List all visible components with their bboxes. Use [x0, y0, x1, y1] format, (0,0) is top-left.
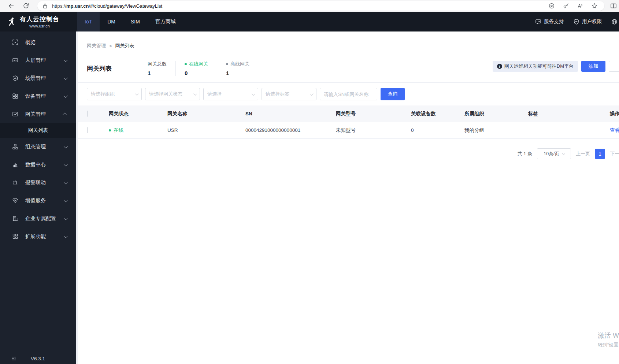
- tab-dm[interactable]: DM: [100, 12, 123, 31]
- partial-button[interactable]: [609, 61, 619, 72]
- sidebar-item-extensions[interactable]: 扩展功能: [0, 227, 76, 245]
- org-select[interactable]: 请选择组织: [87, 88, 142, 100]
- main-content: 网关管理 > 网关列表 网关列表 网关总数 1 在线网关 0 离线网关 1 i …: [78, 31, 619, 364]
- sidebar: 概览 大屏管理 场景管理 设备管理 网关管理 网关列表 组态管理 数据中心 报警…: [0, 31, 76, 364]
- col-tag: 标签: [528, 111, 610, 117]
- chevron-down-icon: [64, 234, 68, 238]
- chevron-down-icon: [64, 75, 68, 79]
- favorites-star-icon[interactable]: [591, 3, 598, 9]
- url-scheme: https://: [52, 3, 66, 9]
- sidebar-item-gateway[interactable]: 网关管理: [0, 105, 76, 123]
- row-status: 在线: [114, 127, 123, 134]
- sidebar-item-configuration[interactable]: 组态管理: [0, 138, 76, 156]
- tab-mall[interactable]: 官方商城: [148, 12, 184, 31]
- sidebar-item-overview[interactable]: 概览: [0, 33, 76, 51]
- browser-toolbar: https://mp.usr.cn/#/cloud/gateway/ViewGa…: [0, 0, 619, 12]
- address-bar[interactable]: https://mp.usr.cn/#/cloud/gateway/ViewGa…: [37, 1, 604, 11]
- sidebar-subitem-gateway-list[interactable]: 网关列表: [0, 123, 76, 138]
- browser-back-icon[interactable]: [7, 3, 14, 9]
- table-header-row: 网关状态 网关名称 SN 网关型号 关联设备数 所属组织 标签 操作: [78, 105, 619, 122]
- stat-total: 网关总数 1: [148, 61, 175, 76]
- row-name: USR: [167, 127, 245, 133]
- sidebar-item-enterprise[interactable]: 企业专属配置: [0, 209, 76, 227]
- query-button[interactable]: 查询: [381, 88, 405, 100]
- stat-offline-label: 离线网关: [230, 61, 249, 67]
- chevron-down-icon: [64, 216, 68, 220]
- page-title: 网关列表: [87, 61, 112, 73]
- sidebar-sublabel: 网关列表: [28, 127, 48, 134]
- sidebar-label: 组态管理: [25, 144, 46, 150]
- chevron-down-icon: [310, 92, 314, 96]
- lock-icon[interactable]: [42, 3, 48, 9]
- chevron-up-icon: [63, 112, 67, 116]
- sidebar-item-bigscreen[interactable]: 大屏管理: [0, 51, 76, 69]
- site-permissions-icon[interactable]: [548, 3, 555, 9]
- language-globe-button[interactable]: [611, 19, 618, 25]
- row-device-count: 0: [411, 127, 464, 133]
- stat-online-value: 0: [185, 70, 208, 76]
- org-select-placeholder: 请选择组织: [91, 91, 115, 97]
- overview-icon: [12, 39, 18, 45]
- section-divider: [78, 82, 619, 83]
- sidebar-item-datacenter[interactable]: 数据中心: [0, 156, 76, 174]
- online-dot-icon: [185, 63, 187, 65]
- prev-page-button[interactable]: 上一页: [576, 151, 590, 157]
- row-sn: 00004291000000000001: [245, 127, 336, 133]
- sidebar-item-vas[interactable]: 增值服务: [0, 192, 76, 209]
- next-page-button[interactable]: 下一页: [610, 151, 619, 157]
- nav-tabs: IoT DM SIM 官方商城: [77, 12, 184, 31]
- sidebar-label: 概览: [25, 39, 36, 46]
- chevron-down-icon: [64, 57, 68, 62]
- chevron-down-icon: [64, 144, 68, 148]
- chevron-down-icon: [193, 92, 197, 96]
- service-support-button[interactable]: 服务支持: [535, 18, 564, 25]
- gateway-icon: [12, 111, 18, 117]
- sidebar-item-device[interactable]: 设备管理: [0, 87, 76, 105]
- row-view-link[interactable]: 查看: [610, 127, 619, 134]
- col-name: 网关名称: [167, 111, 245, 117]
- select-all-checkbox[interactable]: [87, 111, 88, 117]
- info-icon: i: [497, 64, 502, 69]
- current-page-button[interactable]: 1: [595, 149, 605, 159]
- tab-sim[interactable]: SIM: [123, 12, 148, 31]
- tab-iot[interactable]: IoT: [77, 12, 100, 31]
- sidebar-item-scene[interactable]: 场景管理: [0, 69, 76, 87]
- col-action: 操作: [610, 111, 619, 117]
- online-dot-icon: [109, 129, 111, 131]
- add-gateway-button[interactable]: 添加: [581, 61, 605, 72]
- shield-icon: [573, 19, 579, 25]
- browser-refresh-icon[interactable]: [23, 3, 29, 9]
- breadcrumb-separator: >: [109, 43, 112, 49]
- user-permission-button[interactable]: 用户权限: [573, 18, 602, 25]
- tag-select[interactable]: 请选择标签: [262, 88, 316, 100]
- brand-subtitle: www.usr.cn: [20, 24, 59, 28]
- col-org: 所属组织: [464, 111, 528, 117]
- sn-search-input[interactable]: [320, 88, 377, 100]
- sidebar-item-alarm[interactable]: 报警联动: [0, 174, 76, 192]
- dm-platform-notice[interactable]: i 网关运维相关功能可前往DM平台: [493, 61, 578, 72]
- sidebar-label: 扩展功能: [25, 233, 46, 240]
- password-key-icon[interactable]: [563, 3, 569, 9]
- alarm-icon: [12, 179, 18, 186]
- collapse-sidebar-icon[interactable]: [11, 356, 17, 361]
- filter-bar: 请选择组织 请选择网关状态 请选择 请选择标签 查询: [87, 88, 619, 100]
- table-row: 在线 USR 00004291000000000001 未知型号 0 我的分组 …: [78, 122, 619, 139]
- gateway-status-select[interactable]: 请选择网关状态: [145, 88, 200, 100]
- breadcrumb: 网关管理 > 网关列表: [78, 31, 619, 49]
- status-select-placeholder: 请选择网关状态: [149, 91, 182, 97]
- model-select[interactable]: 请选择: [203, 88, 258, 100]
- brand-logo[interactable]: 有人云控制台 www.usr.cn: [0, 12, 77, 31]
- row-checkbox[interactable]: [87, 127, 88, 133]
- stat-offline-value: 1: [226, 70, 249, 76]
- col-status: 网关状态: [109, 111, 167, 117]
- page-size-select[interactable]: 10条/页: [537, 148, 571, 159]
- chevron-down-icon: [562, 152, 565, 155]
- col-model: 网关型号: [336, 111, 411, 117]
- split-screen-icon[interactable]: [610, 3, 617, 9]
- sidebar-label: 网关管理: [25, 111, 46, 118]
- dm-notice-label: 网关运维相关功能可前往DM平台: [504, 63, 574, 70]
- chevron-down-icon: [64, 93, 68, 97]
- pagination-total: 共 1 条: [518, 151, 532, 157]
- breadcrumb-parent[interactable]: 网关管理: [87, 42, 106, 49]
- read-aloud-icon[interactable]: [577, 3, 583, 9]
